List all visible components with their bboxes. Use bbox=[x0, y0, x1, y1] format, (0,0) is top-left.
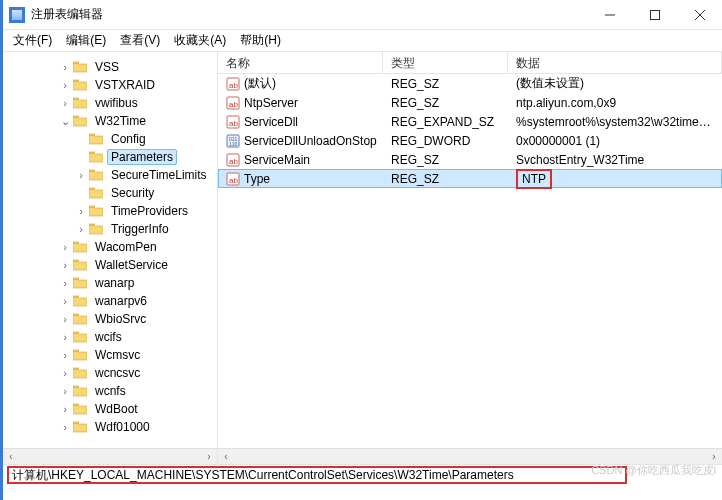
expand-toggle-icon[interactable]: › bbox=[59, 277, 71, 289]
binary-value-icon: 011110 bbox=[226, 134, 240, 148]
folder-icon bbox=[73, 403, 87, 415]
folder-icon bbox=[89, 223, 103, 235]
string-value-icon: ab bbox=[226, 172, 240, 186]
expand-toggle-icon[interactable]: › bbox=[75, 169, 87, 181]
tree-item[interactable]: ›vwifibus bbox=[3, 94, 217, 112]
scroll-left-icon[interactable]: ‹ bbox=[218, 449, 234, 464]
expand-toggle-icon[interactable]: › bbox=[59, 367, 71, 379]
svg-text:ab: ab bbox=[229, 119, 238, 128]
folder-icon bbox=[89, 187, 103, 199]
folder-icon bbox=[73, 295, 87, 307]
expand-toggle-icon[interactable]: › bbox=[75, 205, 87, 217]
header-type[interactable]: 类型 bbox=[383, 52, 508, 73]
tree-item[interactable]: ›wanarpv6 bbox=[3, 292, 217, 310]
folder-icon bbox=[73, 313, 87, 325]
status-path: 计算机\HKEY_LOCAL_MACHINE\SYSTEM\CurrentCon… bbox=[7, 466, 627, 484]
expand-toggle-icon[interactable]: › bbox=[75, 223, 87, 235]
tree-item[interactable]: Security bbox=[3, 184, 217, 202]
value-row[interactable]: abServiceDllREG_EXPAND_SZ%systemroot%\sy… bbox=[218, 112, 722, 131]
tree-item-label: WdBoot bbox=[91, 401, 142, 417]
folder-icon bbox=[73, 61, 87, 73]
folder-icon bbox=[73, 97, 87, 109]
value-row[interactable]: abTypeREG_SZNTP bbox=[218, 169, 722, 188]
tree-item-label: WalletService bbox=[91, 257, 172, 273]
expand-toggle-icon[interactable]: › bbox=[59, 295, 71, 307]
scroll-right-icon[interactable]: › bbox=[706, 449, 722, 464]
tree-item[interactable]: ›TriggerInfo bbox=[3, 220, 217, 238]
string-value-icon: ab bbox=[226, 153, 240, 167]
expand-toggle-icon[interactable]: › bbox=[59, 385, 71, 397]
tree-item[interactable]: ›Wcmsvc bbox=[3, 346, 217, 364]
header-name[interactable]: 名称 bbox=[218, 52, 383, 73]
tree-item[interactable]: ›wcifs bbox=[3, 328, 217, 346]
tree-item-label: WacomPen bbox=[91, 239, 161, 255]
tree-scrollbar[interactable]: ‹ › bbox=[3, 448, 217, 464]
tree-item[interactable]: ›WdBoot bbox=[3, 400, 217, 418]
expand-toggle-icon[interactable]: › bbox=[59, 241, 71, 253]
list-scrollbar[interactable]: ‹ › bbox=[218, 448, 722, 464]
tree-item[interactable]: ›WacomPen bbox=[3, 238, 217, 256]
tree-item-label: VSS bbox=[91, 59, 123, 75]
value-data: NTP bbox=[508, 169, 722, 189]
value-row[interactable]: 011110ServiceDllUnloadOnStopREG_DWORD0x0… bbox=[218, 131, 722, 150]
svg-text:110: 110 bbox=[229, 141, 238, 147]
window-controls bbox=[587, 0, 722, 30]
tree-item[interactable]: ›VSS bbox=[3, 58, 217, 76]
expand-toggle-icon[interactable]: ⌄ bbox=[59, 115, 71, 128]
tree-item[interactable]: ›TimeProviders bbox=[3, 202, 217, 220]
expand-toggle-icon[interactable]: › bbox=[59, 421, 71, 433]
expand-toggle-icon[interactable]: › bbox=[59, 403, 71, 415]
scroll-right-icon[interactable]: › bbox=[201, 449, 217, 464]
tree-item-label: TimeProviders bbox=[107, 203, 192, 219]
menu-file[interactable]: 文件(F) bbox=[7, 30, 58, 51]
tree-item[interactable]: ›wcnfs bbox=[3, 382, 217, 400]
svg-text:ab: ab bbox=[229, 100, 238, 109]
header-data[interactable]: 数据 bbox=[508, 52, 722, 73]
tree-item[interactable]: ›VSTXRAID bbox=[3, 76, 217, 94]
value-list[interactable]: ab(默认)REG_SZ(数值未设置)abNtpServerREG_SZntp.… bbox=[218, 74, 722, 188]
tree-item-label: wcncsvc bbox=[91, 365, 144, 381]
minimize-button[interactable] bbox=[587, 0, 632, 30]
value-row[interactable]: abNtpServerREG_SZntp.aliyun.com,0x9 bbox=[218, 93, 722, 112]
tree-item-label: TriggerInfo bbox=[107, 221, 173, 237]
expand-toggle-icon[interactable]: › bbox=[59, 79, 71, 91]
tree-item[interactable]: Parameters bbox=[3, 148, 217, 166]
expand-toggle-icon[interactable]: › bbox=[59, 259, 71, 271]
menu-help[interactable]: 帮助(H) bbox=[234, 30, 287, 51]
folder-icon bbox=[89, 133, 103, 145]
svg-text:ab: ab bbox=[229, 176, 238, 185]
tree-item[interactable]: ›WbioSrvc bbox=[3, 310, 217, 328]
watermark: CSDN @你吃西瓜我吃皮i bbox=[591, 463, 716, 478]
menu-favorites[interactable]: 收藏夹(A) bbox=[168, 30, 232, 51]
tree-item-label: Parameters bbox=[107, 149, 177, 165]
tree-item-label: Wdf01000 bbox=[91, 419, 154, 435]
menu-view[interactable]: 查看(V) bbox=[114, 30, 166, 51]
expand-toggle-icon[interactable]: › bbox=[59, 97, 71, 109]
value-type: REG_SZ bbox=[383, 153, 508, 167]
expand-toggle-icon[interactable]: › bbox=[59, 349, 71, 361]
expand-toggle-icon[interactable]: › bbox=[59, 313, 71, 325]
folder-icon bbox=[73, 421, 87, 433]
tree-item[interactable]: ⌄W32Time bbox=[3, 112, 217, 130]
value-row[interactable]: ab(默认)REG_SZ(数值未设置) bbox=[218, 74, 722, 93]
close-button[interactable] bbox=[677, 0, 722, 30]
value-row[interactable]: abServiceMainREG_SZSvchostEntry_W32Time bbox=[218, 150, 722, 169]
folder-icon bbox=[73, 385, 87, 397]
scroll-left-icon[interactable]: ‹ bbox=[3, 449, 19, 464]
expand-toggle-icon[interactable]: › bbox=[59, 331, 71, 343]
svg-text:ab: ab bbox=[229, 81, 238, 90]
value-name: NtpServer bbox=[244, 96, 298, 110]
value-type: REG_EXPAND_SZ bbox=[383, 115, 508, 129]
tree-item[interactable]: ›wanarp bbox=[3, 274, 217, 292]
tree-item[interactable]: ›SecureTimeLimits bbox=[3, 166, 217, 184]
tree-item[interactable]: ›WalletService bbox=[3, 256, 217, 274]
tree-item[interactable]: ›wcncsvc bbox=[3, 364, 217, 382]
folder-icon bbox=[73, 331, 87, 343]
expand-toggle-icon[interactable]: › bbox=[59, 61, 71, 73]
maximize-button[interactable] bbox=[632, 0, 677, 30]
tree-item-label: W32Time bbox=[91, 113, 150, 129]
tree-item[interactable]: ›Wdf01000 bbox=[3, 418, 217, 436]
menu-edit[interactable]: 编辑(E) bbox=[60, 30, 112, 51]
tree-item[interactable]: Config bbox=[3, 130, 217, 148]
key-tree[interactable]: ›VSS›VSTXRAID›vwifibus⌄W32TimeConfigPara… bbox=[3, 52, 217, 448]
